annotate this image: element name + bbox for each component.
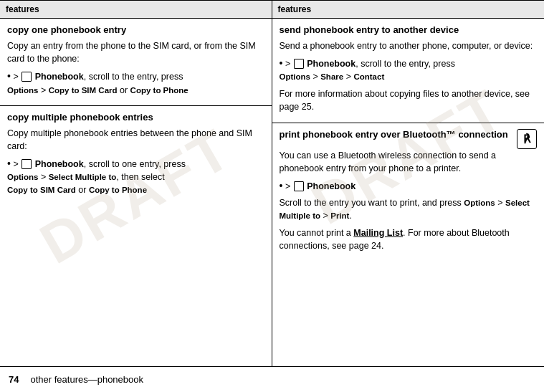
phonebook-icon-4 (294, 181, 304, 191)
send-phonebook-body-text: Send a phonebook entry to another phone,… (280, 39, 538, 52)
right-column: features send phonebook entry to another… (272, 1, 545, 366)
phonebook-icon-1 (22, 72, 32, 82)
print-bluetooth-nav: • > Phonebook (280, 178, 538, 193)
print-bluetooth-section: print phonebook entry over Bluetooth™ co… (272, 123, 545, 366)
left-features-label: features (6, 4, 39, 14)
left-features-header: features (0, 1, 272, 19)
phonebook-icon-2 (22, 159, 32, 169)
bottom-bar: 74 other features—phonebook (0, 366, 544, 392)
copy-one-body: Copy an entry from the phone to the SIM … (7, 39, 264, 97)
print-bluetooth-body-text: You can use a Bluetooth wireless connect… (280, 149, 538, 175)
print-bluetooth-extra1: Scroll to the entry you want to print, a… (280, 196, 538, 222)
copy-one-title: copy one phonebook entry (7, 24, 264, 35)
nav-dot-4: • (280, 180, 283, 191)
phonebook-icon-3 (294, 59, 304, 69)
print-bluetooth-body: You can use a Bluetooth wireless connect… (280, 149, 538, 252)
print-bluetooth-extra2: You cannot print a Mailing List. For mor… (280, 226, 538, 252)
nav-dot-2: • (7, 158, 11, 169)
copy-multiple-title: copy multiple phonebook entries (7, 112, 264, 123)
print-bluetooth-title-row: print phonebook entry over Bluetooth™ co… (280, 129, 538, 149)
bottom-label: other features—phonebook (30, 374, 143, 385)
copy-one-body-text: Copy an entry from the phone to the SIM … (7, 39, 264, 65)
copy-one-nav: • > Phonebook, scroll to the entry, pres… (7, 69, 264, 96)
send-phonebook-nav: • > Phonebook, scroll to the entry, pres… (280, 56, 538, 83)
nav-dot-3: • (280, 57, 283, 69)
bluetooth-symbol: ℟ (523, 133, 530, 145)
copy-multiple-body: Copy multiple phonebook entries between … (7, 127, 264, 197)
main-content: features copy one phonebook entry Copy a… (0, 0, 544, 366)
print-bluetooth-title: print phonebook entry over Bluetooth™ co… (280, 129, 508, 140)
send-phonebook-section: send phonebook entry to another device S… (272, 19, 545, 123)
bluetooth-icon-box: ℟ (517, 129, 537, 149)
left-column: features copy one phonebook entry Copy a… (0, 1, 272, 366)
right-features-label: features (278, 4, 312, 14)
copy-multiple-body-text: Copy multiple phonebook entries between … (7, 127, 264, 153)
copy-multiple-section: copy multiple phonebook entries Copy mul… (0, 106, 272, 366)
page-wrapper: features copy one phonebook entry Copy a… (0, 0, 544, 392)
send-phonebook-title: send phonebook entry to another device (280, 24, 538, 35)
send-phonebook-body: Send a phonebook entry to another phone,… (280, 39, 538, 113)
send-phonebook-extra: For more information about copying files… (280, 87, 538, 113)
copy-multiple-nav: • > Phonebook, scroll to one entry, pres… (7, 156, 264, 197)
page-number: 74 (9, 374, 19, 385)
right-features-header: features (272, 1, 545, 19)
nav-dot-1: • (7, 70, 11, 82)
copy-one-section: copy one phonebook entry Copy an entry f… (0, 19, 272, 106)
